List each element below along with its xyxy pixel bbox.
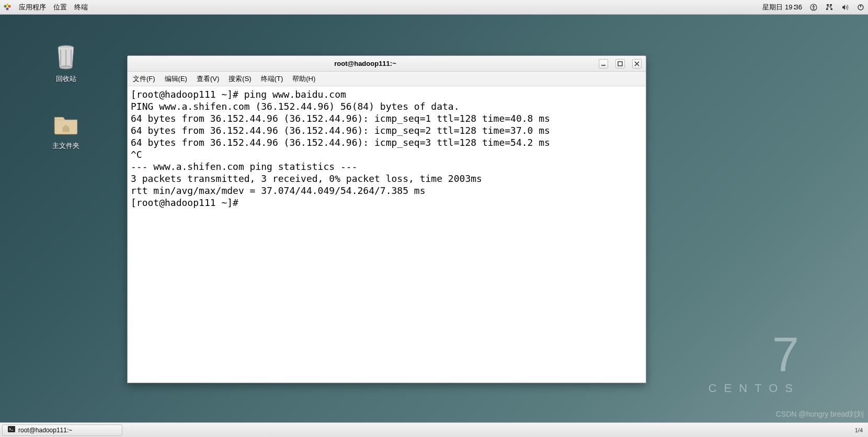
svg-rect-16	[8, 426, 15, 432]
terminal-menu-bar: 文件(F) 编辑(E) 查看(V) 搜索(S) 终端(T) 帮助(H)	[128, 72, 646, 86]
menu-search[interactable]: 搜索(S)	[229, 74, 251, 84]
svg-rect-9	[830, 4, 832, 6]
svg-point-0	[4, 5, 7, 7]
terminal-output[interactable]: [root@hadoop111 ~]# ping www.baidu.com P…	[128, 86, 646, 383]
terminal-icon	[8, 426, 15, 434]
trash-icon	[53, 42, 79, 71]
svg-point-2	[6, 7, 9, 10]
bottom-panel: root@hadoop111:~ 1/4	[0, 422, 868, 437]
menu-file[interactable]: 文件(F)	[133, 74, 155, 84]
a11y-icon[interactable]	[809, 3, 818, 12]
svg-point-1	[8, 5, 11, 7]
taskbar-pager: 1/4	[855, 427, 863, 433]
svg-rect-6	[827, 4, 829, 6]
centos-version: 7	[709, 330, 800, 378]
menu-view[interactable]: 查看(V)	[197, 74, 219, 84]
menu-terminal[interactable]: 终端(T)	[261, 74, 283, 84]
close-button[interactable]	[632, 59, 642, 68]
minimize-button[interactable]	[599, 59, 608, 68]
title-bar[interactable]: root@hadoop111:~	[128, 56, 646, 72]
taskbar-item-label: root@hadoop111:~	[18, 427, 72, 434]
folder-home-icon	[53, 109, 79, 138]
gnome-logo-icon	[3, 3, 12, 12]
svg-rect-15	[618, 62, 622, 66]
menu-edit[interactable]: 编辑(E)	[165, 74, 187, 84]
top-panel: 应用程序 位置 终端 星期日 19∶36	[0, 0, 868, 15]
menu-help[interactable]: 帮助(H)	[292, 74, 315, 84]
taskbar-item-terminal[interactable]: root@hadoop111:~	[2, 424, 122, 436]
svg-rect-8	[831, 8, 833, 10]
network-icon[interactable]	[825, 3, 833, 12]
centos-brand: 7 CENTOS	[709, 330, 800, 395]
panel-menu-applications[interactable]: 应用程序	[19, 3, 46, 12]
volume-icon[interactable]	[841, 3, 849, 12]
panel-menu-places[interactable]: 位置	[53, 3, 67, 12]
power-icon[interactable]	[856, 3, 865, 12]
panel-menu-terminal[interactable]: 终端	[74, 3, 88, 12]
svg-point-13	[60, 66, 72, 69]
desktop-icon-label: 主文件夹	[45, 141, 87, 151]
svg-point-5	[813, 5, 814, 6]
svg-rect-7	[826, 8, 828, 10]
desktop-icon-trash[interactable]: 回收站	[45, 42, 87, 84]
centos-name: CENTOS	[709, 382, 800, 395]
panel-datetime[interactable]: 星期日 19∶36	[762, 3, 802, 12]
window-title: root@hadoop111:~	[132, 60, 599, 67]
desktop-icon-label: 回收站	[45, 74, 87, 84]
watermark: CSDN @hungry bread刘刘	[776, 410, 864, 419]
maximize-button[interactable]	[615, 59, 625, 68]
svg-point-3	[6, 4, 8, 6]
terminal-window: root@hadoop111:~ 文件(F) 编辑(E) 查看(V) 搜索(S)…	[127, 55, 646, 383]
desktop-icon-home[interactable]: 主文件夹	[45, 109, 87, 151]
